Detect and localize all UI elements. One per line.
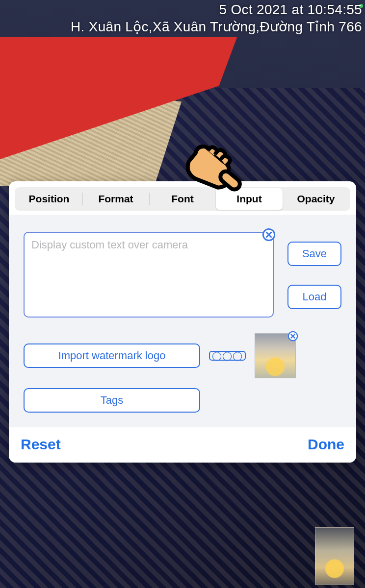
- preview-thumbnail[interactable]: [315, 527, 354, 585]
- load-button[interactable]: Load: [287, 285, 341, 309]
- tags-button[interactable]: Tags: [24, 388, 200, 413]
- tab-position[interactable]: Position: [16, 188, 82, 210]
- tab-opacity[interactable]: Opacity: [283, 188, 349, 210]
- clear-text-icon[interactable]: [262, 228, 276, 242]
- overlay-timestamp: 5 Oct 2021 at 10:54:55: [0, 1, 362, 18]
- settings-panel: Position Format Font Input Opacity Save …: [9, 181, 356, 463]
- done-button[interactable]: Done: [308, 436, 344, 453]
- save-button[interactable]: Save: [287, 242, 341, 266]
- side-buttons: Save Load: [287, 242, 341, 309]
- tab-font[interactable]: Font: [149, 188, 216, 210]
- watermark-thumbnail[interactable]: [255, 333, 296, 378]
- reset-button[interactable]: Reset: [21, 436, 61, 453]
- panel-footer: Reset Done: [9, 427, 356, 463]
- tab-bar: Position Format Font Input Opacity: [15, 187, 350, 211]
- tab-format[interactable]: Format: [82, 188, 149, 210]
- import-watermark-button[interactable]: Import watermark logo: [24, 343, 200, 368]
- overlay-location: H. Xuân Lộc,Xã Xuân Trường,Đường Tỉnh 76…: [0, 18, 362, 35]
- watermark-overlay: 5 Oct 2021 at 10:54:55 H. Xuân Lộc,Xã Xu…: [0, 0, 365, 35]
- custom-text-container: [24, 232, 274, 319]
- more-dots-icon[interactable]: ◯◯◯: [209, 351, 246, 361]
- tab-input[interactable]: Input: [216, 188, 283, 210]
- remove-watermark-icon[interactable]: [287, 331, 298, 342]
- input-tab-content: Save Load Import watermark logo ◯◯◯ Tags: [9, 215, 356, 427]
- custom-text-input[interactable]: [24, 232, 274, 318]
